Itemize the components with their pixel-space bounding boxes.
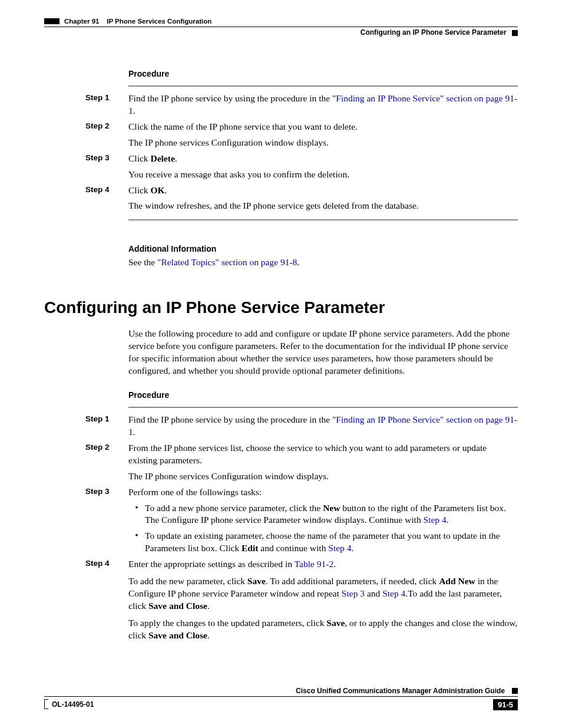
p2-step-4-para2: To add the new parameter, click Save. To… — [128, 575, 518, 612]
table-91-2-link[interactable]: Table 91-2 — [295, 559, 334, 569]
step-3-continuation: You receive a message that asks you to c… — [128, 169, 518, 181]
step-4-text: Click OK. — [128, 185, 518, 197]
step4-link-c[interactable]: Step 4 — [382, 588, 405, 598]
procedure-label-1: Procedure — [128, 69, 518, 78]
page-number-badge: 91-5 — [493, 699, 518, 710]
bullet-2-text: To update an existing parameter, choose … — [145, 530, 518, 555]
footer-marker-icon — [512, 688, 518, 694]
step3-link[interactable]: Step 3 — [342, 588, 365, 598]
p2-step-4-para3: To apply the changes to the updated para… — [128, 617, 518, 642]
bullet-1-text: To add a new phone service parameter, cl… — [145, 502, 518, 527]
header-marker-icon — [44, 18, 59, 24]
procedure-label-2: Procedure — [128, 390, 518, 400]
procedure-end-rule — [128, 219, 518, 220]
step-3-label: Step 3 — [85, 153, 128, 162]
p2-step-1-label: Step 1 — [85, 414, 128, 423]
chapter-label: Chapter 91 IP Phone Services Configurati… — [64, 18, 211, 25]
bullet-icon: • — [128, 502, 145, 527]
procedure-rule — [128, 85, 518, 87]
related-topics-link[interactable]: "Related Topics" section on page 91-8 — [157, 257, 297, 267]
step-2-label: Step 2 — [85, 121, 128, 130]
header-rule — [44, 27, 518, 27]
footer-left-marker-icon — [44, 699, 48, 709]
page-title: Configuring an IP Phone Service Paramete… — [44, 298, 518, 317]
step-4-continuation: The window refreshes, and the IP phone s… — [128, 200, 518, 212]
step-1-text: Find the IP phone service by using the p… — [128, 93, 518, 117]
section-heading: Configuring an IP Phone Service Paramete… — [361, 28, 507, 37]
p2-step-4-text: Enter the appropriate settings as descri… — [128, 558, 518, 571]
p2-step-3-text: Perform one of the followings tasks: — [128, 486, 518, 499]
procedure-rule-2 — [128, 407, 518, 408]
additional-info-text: See the "Related Topics" section on page… — [128, 256, 518, 269]
intro-paragraph: Use the following procedure to add and c… — [128, 328, 518, 377]
step-4-label: Step 4 — [85, 185, 128, 194]
p2-step-4-label: Step 4 — [85, 558, 128, 568]
p2-step-2-continuation: The IP phone services Configuration wind… — [128, 470, 518, 483]
additional-info-label: Additional Information — [128, 244, 518, 253]
p2-step-3-label: Step 3 — [85, 486, 128, 496]
step-1-label: Step 1 — [85, 93, 128, 102]
header-marker-small-icon — [512, 30, 518, 36]
p2-step-2-text: From the IP phone services list, choose … — [128, 442, 518, 467]
doc-number: OL-14495-01 — [52, 700, 94, 709]
step-2-continuation: The IP phone services Configuration wind… — [128, 137, 518, 149]
step-2-text: Click the name of the IP phone service t… — [128, 121, 518, 133]
p2-step-2-label: Step 2 — [85, 442, 128, 452]
p2-step-1-text: Find the IP phone service by using the p… — [128, 414, 518, 439]
bullet-icon: • — [128, 530, 145, 555]
step4-link-b[interactable]: Step 4 — [328, 543, 351, 553]
step-3-text: Click Delete. — [128, 153, 518, 165]
footer-rule — [44, 696, 518, 697]
footer-guide-title: Cisco Unified Communications Manager Adm… — [296, 687, 505, 695]
step4-link-a[interactable]: Step 4 — [424, 515, 447, 525]
page-footer: Cisco Unified Communications Manager Adm… — [44, 687, 518, 710]
